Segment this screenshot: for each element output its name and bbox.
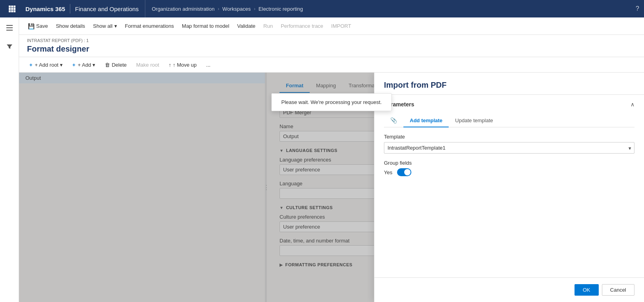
paperclip-icon: 📎 <box>390 117 397 123</box>
attach-icon-tab[interactable]: 📎 <box>384 114 403 127</box>
secondary-toolbar: 💾 Save Show details Show all ▾ Format en… <box>19 17 644 35</box>
import-from-pdf-panel: Import from PDF Parameters ∧ 📎 Ad <box>374 73 644 302</box>
template-select-wrap: IntrastatReportTemplate1 ▾ <box>384 142 634 154</box>
finance-operations-label: Finance and Operations <box>75 6 139 12</box>
page-header: INTRASTAT REPORT (PDF) : 1 Format design… <box>19 35 644 57</box>
dynamics365-label: Dynamics 365 <box>25 6 65 12</box>
svg-rect-9 <box>6 25 13 26</box>
toast-message: Please wait. We're processing your reque… <box>282 99 382 105</box>
save-button[interactable]: 💾 Save <box>24 17 52 35</box>
breadcrumb-electronic-reporting[interactable]: Electronic reporting <box>258 6 303 12</box>
show-all-button[interactable]: Show all ▾ <box>89 17 121 35</box>
add-root-button[interactable]: + + Add root ▾ <box>25 59 67 71</box>
template-field: Template IntrastatReportTemplate1 ▾ <box>384 134 634 154</box>
page-title: Format designer <box>27 44 636 57</box>
add-template-tab[interactable]: Add template <box>403 114 449 127</box>
show-all-chevron-icon: ▾ <box>114 23 117 29</box>
brand-area: Dynamics 365 Finance and Operations <box>19 0 145 17</box>
sidebar <box>0 17 19 302</box>
svg-rect-2 <box>13 6 15 8</box>
trash-icon: 🗑 <box>105 62 110 68</box>
hamburger-menu-button[interactable] <box>2 21 17 35</box>
more-button[interactable]: ... <box>202 59 214 71</box>
svg-rect-5 <box>13 8 15 10</box>
group-fields-toggle[interactable] <box>397 168 411 176</box>
svg-rect-3 <box>9 8 11 10</box>
svg-rect-8 <box>13 10 15 12</box>
svg-rect-6 <box>9 10 11 12</box>
update-template-tab[interactable]: Update template <box>449 114 499 127</box>
make-root-button[interactable]: Make root <box>132 59 163 71</box>
template-select[interactable]: IntrastatReportTemplate1 <box>384 142 634 154</box>
show-details-button[interactable]: Show details <box>52 17 89 35</box>
apps-button[interactable] <box>5 0 19 17</box>
template-tab-bar: 📎 Add template Update template <box>384 114 634 127</box>
group-fields-toggle-row: Yes <box>384 168 634 176</box>
group-fields-yes-label: Yes <box>384 169 392 175</box>
top-navigation: Dynamics 365 Finance and Operations Orga… <box>0 0 644 17</box>
svg-rect-4 <box>11 8 13 10</box>
add-button[interactable]: + + Add ▾ <box>68 59 99 71</box>
cancel-button[interactable]: Cancel <box>602 284 634 296</box>
svg-rect-1 <box>11 6 13 8</box>
validate-button[interactable]: Validate <box>233 17 259 35</box>
parameters-collapse-icon[interactable]: ∧ <box>631 101 634 108</box>
breadcrumb-workspaces[interactable]: Workspaces <box>222 6 251 12</box>
filter-button[interactable] <box>2 40 17 54</box>
parameters-section-header: Parameters ∧ <box>384 101 634 108</box>
svg-rect-7 <box>11 10 13 12</box>
map-format-button[interactable]: Map format to model <box>178 17 233 35</box>
svg-rect-10 <box>6 27 13 28</box>
import-button[interactable]: IMPORT <box>327 17 355 35</box>
page-breadcrumb: INTRASTAT REPORT (PDF) : 1 <box>27 38 636 43</box>
breadcrumb-sep-1: › <box>218 6 219 11</box>
run-button[interactable]: Run <box>259 17 277 35</box>
right-panel-title: Import from PDF <box>384 81 447 90</box>
action-bar: + + Add root ▾ + + Add ▾ 🗑 Delete Make r… <box>19 57 644 73</box>
group-fields-label: Group fields <box>384 160 634 166</box>
svg-rect-11 <box>6 30 13 31</box>
toast-notification: Please wait. We're processing your reque… <box>272 93 392 111</box>
top-nav-right: ? <box>636 5 639 12</box>
breadcrumb-org-admin[interactable]: Organization administration <box>152 6 214 12</box>
save-icon: 💾 <box>28 23 35 29</box>
perf-trace-button[interactable]: Performance trace <box>277 17 327 35</box>
right-panel-footer: OK Cancel <box>374 277 644 302</box>
ok-button[interactable]: OK <box>575 284 599 296</box>
template-label: Template <box>384 134 634 140</box>
format-enum-button[interactable]: Format enumerations <box>121 17 178 35</box>
move-up-button[interactable]: ↑ ↑ Move up <box>165 59 201 71</box>
add-chevron-icon: ▾ <box>93 62 95 68</box>
add-root-chevron-icon: ▾ <box>60 62 63 68</box>
svg-rect-0 <box>9 6 11 8</box>
right-panel-header: Import from PDF <box>374 73 644 95</box>
breadcrumb-sep-2: › <box>254 6 255 11</box>
toggle-knob <box>404 169 411 175</box>
help-icon[interactable]: ? <box>636 5 639 12</box>
content-area: Output ⋮ Format Mapping Transf <box>19 73 644 302</box>
breadcrumb-nav: Organization administration › Workspaces… <box>145 6 309 12</box>
right-panel-body: Parameters ∧ 📎 Add template Update templ… <box>374 95 644 277</box>
group-fields-field: Group fields Yes <box>384 160 634 176</box>
delete-button[interactable]: 🗑 Delete <box>101 59 131 71</box>
